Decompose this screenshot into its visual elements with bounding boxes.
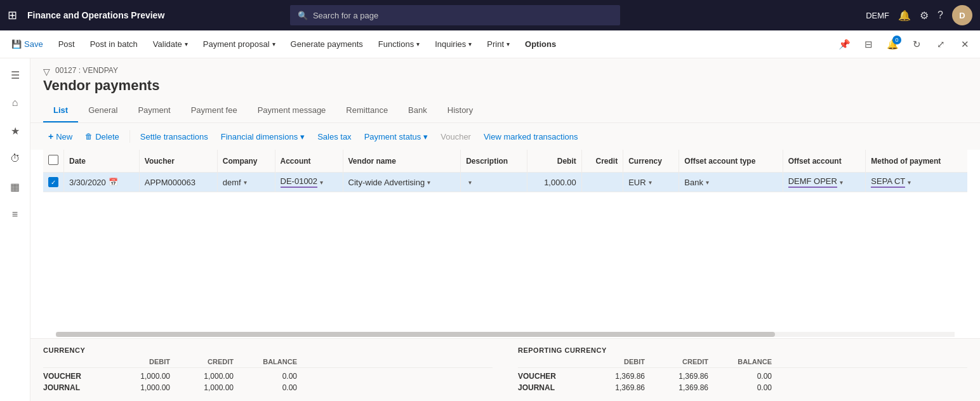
search-placeholder: Search for a page (313, 11, 378, 20)
reporting-voucher-label: VOUCHER (518, 372, 581, 381)
generate-payments-button[interactable]: Generate payments (284, 36, 369, 53)
refresh-icon[interactable]: ↻ (906, 34, 927, 55)
payment-proposal-chevron-icon: ▾ (272, 41, 275, 48)
cell-description[interactable]: ▾ (461, 173, 527, 192)
post-in-batch-button[interactable]: Post in batch (84, 36, 144, 53)
financial-dimensions-button[interactable]: Financial dimensions ▾ (216, 129, 310, 145)
search-bar[interactable]: 🔍 Search for a page (290, 5, 620, 25)
breadcrumb: 00127 : VENDPAY (55, 66, 118, 75)
notification-bell-icon[interactable]: 🔔 (898, 10, 911, 22)
tab-payment-fee[interactable]: Payment fee (181, 99, 248, 122)
payment-status-chevron-icon: ▾ (423, 132, 428, 141)
cell-date[interactable]: 3/30/2020 📅 (64, 173, 140, 192)
tab-general[interactable]: General (78, 99, 128, 122)
horizontal-scrollbar[interactable] (56, 332, 955, 337)
cell-company[interactable]: demf ▾ (217, 173, 275, 192)
new-button[interactable]: + New (43, 128, 77, 145)
top-right-icons: DEMF 🔔 ⚙ ? D (866, 5, 972, 25)
pin-icon[interactable]: 📌 (834, 34, 854, 55)
reporting-currency-summary: REPORTING CURRENCY DEBIT CREDIT BALANCE … (518, 346, 967, 393)
calendar-icon[interactable]: 📅 (109, 178, 118, 187)
options-button[interactable]: Options (519, 36, 562, 53)
table-header-row: Date Voucher Company Account Vendor name… (43, 150, 967, 173)
reporting-voucher-balance: 0.00 (708, 372, 772, 381)
reporting-journal-debit: 1,369.86 (581, 383, 645, 392)
description-dropdown-icon[interactable]: ▾ (468, 179, 472, 186)
help-icon[interactable]: ? (937, 10, 943, 21)
favorites-star-icon[interactable]: ★ (4, 119, 27, 142)
col-voucher: Voucher (139, 150, 217, 173)
table-row[interactable]: ✓ 3/30/2020 📅 APPM000063 (43, 173, 967, 192)
settle-transactions-button[interactable]: Settle transactions (135, 129, 213, 145)
row-checkbox-cell[interactable]: ✓ (43, 173, 64, 192)
delete-label: Delete (95, 132, 119, 141)
validate-button[interactable]: Validate ▾ (147, 36, 194, 53)
scrollbar-thumb[interactable] (56, 332, 775, 337)
company-dropdown-icon[interactable]: ▾ (244, 179, 247, 186)
modules-grid-icon[interactable]: ▦ (4, 175, 27, 198)
cell-offset-account[interactable]: DEMF OPER ▾ (783, 173, 866, 192)
restore-icon[interactable]: ⤢ (930, 34, 951, 55)
payment-proposal-button[interactable]: Payment proposal ▾ (197, 36, 282, 53)
validate-chevron-icon: ▾ (185, 41, 188, 48)
voucher-label: Voucher (440, 132, 471, 141)
list-menu-icon[interactable]: ≡ (4, 203, 27, 226)
view-marked-transactions-button[interactable]: View marked transactions (479, 129, 583, 145)
close-icon[interactable]: ✕ (955, 34, 975, 55)
cell-voucher: APPM000063 (139, 173, 217, 192)
home-icon[interactable]: ⌂ (4, 91, 27, 114)
cell-account[interactable]: DE-01002 ▾ (275, 173, 343, 192)
post-button[interactable]: Post (52, 36, 81, 53)
avatar[interactable]: D (952, 5, 972, 25)
tab-payment[interactable]: Payment (128, 99, 180, 122)
offset-type-dropdown-icon[interactable]: ▾ (706, 179, 709, 186)
cell-vendor-name[interactable]: City-wide Advertising ▾ (343, 173, 461, 192)
reporting-row-journal: JOURNAL 1,369.86 1,369.86 0.00 (518, 382, 967, 393)
vendor-dropdown-icon[interactable]: ▾ (427, 179, 430, 186)
select-all-checkbox[interactable] (48, 155, 58, 165)
cell-currency[interactable]: EUR ▾ (623, 173, 679, 192)
cell-offset-account-type[interactable]: Bank ▾ (679, 173, 783, 192)
reporting-journal-label: JOURNAL (518, 383, 581, 392)
currency-voucher-label: VOUCHER (43, 372, 107, 381)
page-content: ☰ ⌂ ★ ⏱ ▦ ≡ ▽ 00127 : VENDPAY Vendor pay… (0, 58, 980, 401)
settings-gear-icon[interactable]: ⚙ (920, 10, 929, 22)
inquiries-chevron-icon: ▾ (468, 41, 472, 48)
sales-tax-button[interactable]: Sales tax (312, 129, 356, 145)
inquiries-button[interactable]: Inquiries ▾ (428, 36, 478, 53)
save-button[interactable]: 💾 Save (5, 36, 50, 53)
panels-icon[interactable]: ⊟ (858, 34, 878, 55)
tab-remittance[interactable]: Remittance (336, 99, 398, 122)
data-table-container[interactable]: Date Voucher Company Account Vendor name… (30, 150, 980, 331)
method-dropdown-icon[interactable]: ▾ (908, 179, 911, 186)
date-value: 3/30/2020 (69, 178, 106, 187)
voucher-button: Voucher (435, 129, 476, 145)
tab-list[interactable]: List (43, 99, 78, 122)
functions-button[interactable]: Functions ▾ (372, 36, 426, 53)
delete-icon: 🗑 (85, 132, 93, 141)
delete-button[interactable]: 🗑 Delete (80, 129, 124, 145)
financial-chevron-icon: ▾ (300, 132, 305, 141)
currency-dropdown-icon[interactable]: ▾ (649, 179, 652, 186)
col-debit: Debit (527, 150, 582, 173)
tab-bank[interactable]: Bank (398, 99, 437, 122)
notifications-badge-button[interactable]: 🔔 0 (882, 34, 903, 55)
hamburger-menu-button[interactable]: ☰ (4, 63, 27, 86)
app-grid-icon[interactable]: ⊞ (8, 8, 17, 22)
recent-clock-icon[interactable]: ⏱ (4, 147, 27, 170)
command-bar-right-icons: 📌 ⊟ 🔔 0 ↻ ⤢ ✕ (834, 34, 975, 55)
col-description: Description (461, 150, 527, 173)
tab-payment-message[interactable]: Payment message (248, 99, 336, 122)
cell-method-of-payment[interactable]: SEPA CT ▾ (866, 173, 967, 192)
row-checkbox[interactable]: ✓ (48, 177, 58, 187)
reporting-col-balance: BALANCE (708, 358, 772, 365)
currency-journal-credit: 1,000.00 (170, 383, 234, 392)
offset-account-dropdown-icon[interactable]: ▾ (840, 179, 843, 186)
col-date: Date (64, 150, 140, 173)
currency-voucher-balance: 0.00 (234, 372, 297, 381)
tab-history[interactable]: History (437, 99, 483, 122)
payment-status-button[interactable]: Payment status ▾ (359, 129, 434, 145)
print-button[interactable]: Print ▾ (480, 36, 516, 53)
account-dropdown-icon[interactable]: ▾ (320, 179, 323, 186)
filter-icon[interactable]: ▽ (43, 67, 50, 77)
